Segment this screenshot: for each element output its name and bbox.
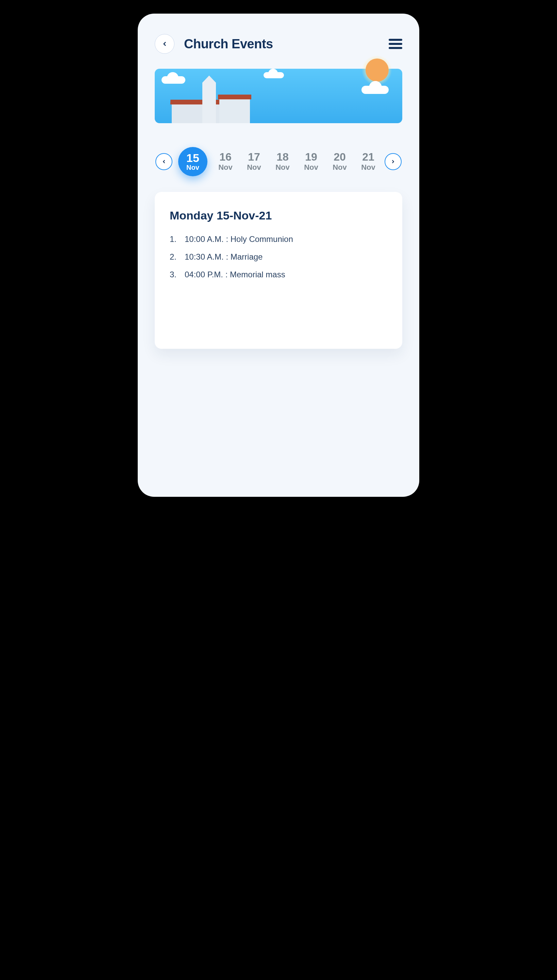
- date-month: Nov: [332, 163, 347, 172]
- date-item-20[interactable]: 20Nov: [329, 152, 350, 172]
- event-text: 04:00 P.M. : Memorial mass: [185, 270, 285, 279]
- chevron-right-icon: [391, 159, 396, 164]
- chevron-left-icon: [161, 159, 166, 164]
- date-item-18[interactable]: 18Nov: [272, 152, 293, 172]
- events-card: Monday 15-Nov-21 1.10:00 A.M. : Holy Com…: [155, 192, 402, 349]
- date-day: 15: [186, 152, 199, 164]
- date-month: Nov: [361, 163, 375, 172]
- date-day: 18: [277, 152, 289, 162]
- event-index: 1.: [170, 234, 179, 244]
- date-item-21[interactable]: 21Nov: [358, 152, 379, 172]
- event-row: 2.10:30 A.M. : Marriage: [170, 252, 387, 262]
- back-button[interactable]: [155, 34, 174, 54]
- date-selector: 15Nov16Nov17Nov18Nov19Nov20Nov21Nov: [155, 147, 402, 176]
- date-month: Nov: [218, 163, 233, 172]
- event-row: 3.04:00 P.M. : Memorial mass: [170, 270, 387, 279]
- event-index: 3.: [170, 270, 179, 279]
- date-day: 17: [248, 152, 260, 162]
- next-dates-button[interactable]: [384, 153, 402, 170]
- events-date-title: Monday 15-Nov-21: [170, 209, 387, 222]
- events-list: 1.10:00 A.M. : Holy Communion2.10:30 A.M…: [170, 234, 387, 279]
- date-month: Nov: [186, 164, 199, 172]
- app-screen: Church Events 15Nov16Nov17Nov18Nov19Nov2…: [138, 14, 419, 497]
- date-item-19[interactable]: 19Nov: [301, 152, 322, 172]
- date-item-16[interactable]: 16Nov: [215, 152, 236, 172]
- event-text: 10:00 A.M. : Holy Communion: [185, 234, 293, 244]
- event-text: 10:30 A.M. : Marriage: [185, 252, 262, 262]
- menu-button[interactable]: [389, 39, 402, 49]
- date-month: Nov: [247, 163, 261, 172]
- date-day: 16: [219, 152, 231, 162]
- date-month: Nov: [304, 163, 318, 172]
- banner-image: [155, 69, 402, 123]
- date-day: 21: [362, 152, 375, 162]
- date-item-17[interactable]: 17Nov: [243, 152, 265, 172]
- date-day: 19: [305, 152, 317, 162]
- header: Church Events: [155, 34, 402, 54]
- church-illustration: [172, 75, 246, 123]
- hamburger-icon: [389, 39, 402, 41]
- event-index: 2.: [170, 252, 179, 262]
- header-left: Church Events: [155, 34, 273, 54]
- chevron-left-icon: [161, 41, 168, 47]
- date-month: Nov: [275, 163, 290, 172]
- date-item-15[interactable]: 15Nov: [178, 147, 207, 176]
- cloud-icon: [362, 86, 389, 94]
- cloud-icon: [264, 72, 284, 78]
- date-day: 20: [334, 152, 346, 162]
- prev-dates-button[interactable]: [155, 153, 173, 170]
- event-row: 1.10:00 A.M. : Holy Communion: [170, 234, 387, 244]
- page-title: Church Events: [184, 37, 273, 51]
- dates-list: 15Nov16Nov17Nov18Nov19Nov20Nov21Nov: [173, 147, 384, 176]
